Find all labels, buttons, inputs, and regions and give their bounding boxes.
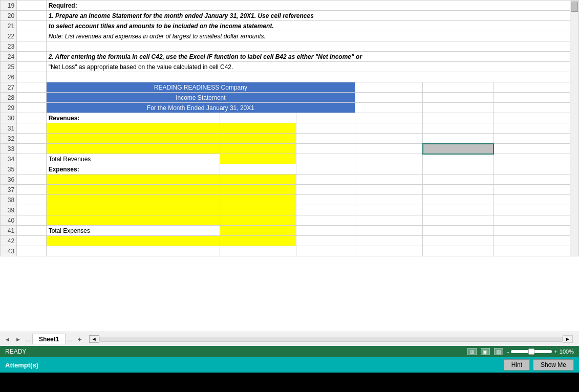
cell-38-c[interactable] <box>220 195 296 205</box>
cell-39-b[interactable] <box>46 205 220 215</box>
preview-icon[interactable]: ▥ <box>494 348 503 355</box>
sheet-tab-sheet1[interactable]: Sheet1 <box>32 334 66 344</box>
cell-33-e <box>355 144 423 154</box>
cell-26-a <box>17 72 46 82</box>
cell-38-b[interactable] <box>46 195 220 205</box>
tab-nav-prev[interactable]: ◄ <box>2 335 13 343</box>
tab-dots-right: ... <box>66 336 74 342</box>
row-num-38: 38 <box>1 195 17 205</box>
zoom-plus[interactable]: + <box>554 349 557 355</box>
zoom-minus[interactable]: - <box>507 349 509 355</box>
cell-23-a <box>17 41 46 52</box>
cell-24-a <box>17 52 46 62</box>
cell-36-b[interactable] <box>46 175 220 185</box>
cell-23-b <box>46 41 570 52</box>
cell-42-g <box>494 236 570 246</box>
cell-29-a <box>17 103 46 113</box>
cell-37-d <box>296 185 355 195</box>
cell-38-f <box>423 195 494 205</box>
cell-28-f <box>494 93 570 103</box>
cell-31-c[interactable] <box>220 123 296 134</box>
cell-32-d <box>296 134 355 144</box>
cell-30-e <box>355 113 423 123</box>
cell-36-e <box>355 175 423 185</box>
cell-37-g <box>494 185 570 195</box>
grid-icon[interactable]: ⊞ <box>467 348 477 355</box>
cell-30-f <box>423 113 494 123</box>
cell-27-d <box>355 82 423 93</box>
cell-37-c[interactable] <box>220 185 296 195</box>
sheet-table: 19 Required: 20 1. Prepare an Income Sta… <box>0 0 579 256</box>
cell-42-a <box>17 236 46 246</box>
row-num-28: 28 <box>1 93 17 103</box>
cell-42-b[interactable] <box>46 236 220 246</box>
cell-33-c[interactable] <box>220 144 296 154</box>
zoom-control: - + 100% <box>507 349 574 355</box>
cell-21-b: to select account titles and amounts to … <box>46 21 570 31</box>
cell-43-g <box>494 246 570 256</box>
cell-29-b: For the Month Ended January 31, 20X1 <box>46 103 355 113</box>
tab-scroll-left[interactable]: ◄ <box>89 335 99 343</box>
row-num-21: 21 <box>1 21 17 31</box>
row-num-32: 32 <box>1 134 17 144</box>
zoom-slider[interactable] <box>511 350 552 353</box>
table-row: 34 Total Revenues <box>1 154 579 164</box>
tab-nav-next[interactable]: ► <box>13 335 24 343</box>
cell-40-c[interactable] <box>220 215 296 226</box>
cell-36-d <box>296 175 355 185</box>
cell-31-b[interactable] <box>46 123 220 134</box>
cell-27-e <box>423 82 494 93</box>
cell-40-b[interactable] <box>46 215 220 226</box>
hint-button[interactable]: Hint <box>504 359 530 371</box>
cell-35-b: Expenses: <box>46 164 220 175</box>
tab-scrollbar[interactable] <box>99 337 563 342</box>
status-right: ⊞ ▣ ▥ - + 100% <box>467 348 574 355</box>
row-num-41: 41 <box>1 226 17 236</box>
cell-31-g <box>494 123 570 134</box>
cell-41-f <box>423 226 494 236</box>
table-row: 29 For the Month Ended January 31, 20X1 <box>1 103 579 113</box>
cell-38-a <box>17 195 46 205</box>
cell-41-c[interactable] <box>220 226 296 236</box>
cell-40-f <box>423 215 494 226</box>
cell-41-b: Total Expenses <box>46 226 220 236</box>
show-me-button[interactable]: Show Me <box>533 359 574 371</box>
table-row: 30 Revenues: <box>1 113 579 123</box>
cell-34-c[interactable] <box>220 154 296 164</box>
cell-39-f <box>423 205 494 215</box>
cell-36-c[interactable] <box>220 175 296 185</box>
cell-27-b: READING READINESS Company <box>46 82 355 93</box>
cell-35-a <box>17 164 46 175</box>
cell-30-g <box>494 113 570 123</box>
cell-22-a <box>17 31 46 41</box>
cell-32-b[interactable] <box>46 134 220 144</box>
cell-37-e <box>355 185 423 195</box>
cell-39-c[interactable] <box>220 205 296 215</box>
tab-add-button[interactable]: + <box>74 335 84 343</box>
cell-33-f[interactable] <box>423 144 494 154</box>
cell-41-e <box>355 226 423 236</box>
row-num-37: 37 <box>1 185 17 195</box>
cell-43-c <box>220 246 296 256</box>
row-num-31: 31 <box>1 123 17 134</box>
spreadsheet-area: 19 Required: 20 1. Prepare an Income Sta… <box>0 0 579 332</box>
cell-34-b: Total Revenues <box>46 154 220 164</box>
cell-30-d <box>296 113 355 123</box>
row-num-42: 42 <box>1 236 17 246</box>
page-icon[interactable]: ▣ <box>481 348 490 355</box>
cell-32-c[interactable] <box>220 134 296 144</box>
table-row: 19 Required: <box>1 1 579 11</box>
cell-42-c[interactable] <box>220 236 296 246</box>
tab-scroll-right[interactable]: ► <box>563 335 573 343</box>
cell-28-b: Income Statement <box>46 93 355 103</box>
cell-29-e <box>423 103 494 113</box>
table-row: 41 Total Expenses <box>1 226 579 236</box>
cell-40-g <box>494 215 570 226</box>
cell-43-f <box>423 246 494 256</box>
cell-33-b[interactable] <box>46 144 220 154</box>
cell-34-g <box>494 154 570 164</box>
cell-37-b[interactable] <box>46 185 220 195</box>
row-num-19: 19 <box>1 1 17 11</box>
cell-43-e <box>355 246 423 256</box>
cell-40-a <box>17 215 46 226</box>
